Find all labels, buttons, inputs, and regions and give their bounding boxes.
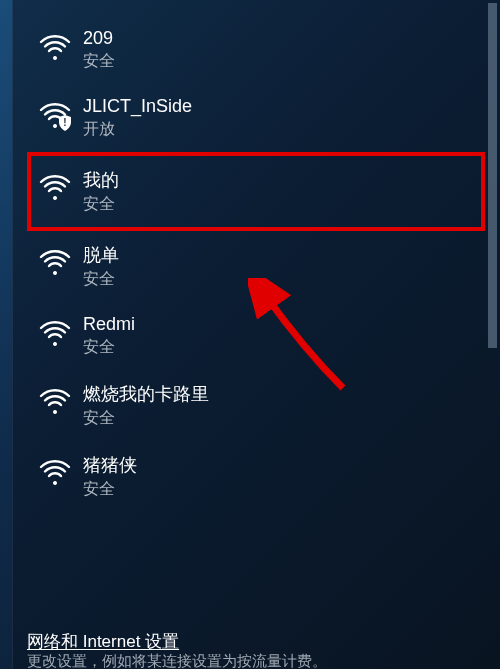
network-status: 安全 <box>83 479 137 500</box>
wifi-network-item[interactable]: 猪猪侠安全 <box>13 441 485 512</box>
wifi-secure-icon <box>39 384 71 416</box>
network-list: 209安全 !JLICT_InSide开放 我的安全 脱单安全 Redmi安全 … <box>13 16 485 641</box>
network-text: 我的安全 <box>83 168 119 215</box>
wifi-panel: 209安全 !JLICT_InSide开放 我的安全 脱单安全 Redmi安全 … <box>12 0 500 669</box>
network-ssid: Redmi <box>83 314 135 335</box>
wifi-secure-icon <box>39 30 71 62</box>
network-text: JLICT_InSide开放 <box>83 96 192 140</box>
network-ssid: 我的 <box>83 168 119 192</box>
wifi-open-icon: ! <box>39 98 71 130</box>
network-ssid: 脱单 <box>83 243 119 267</box>
network-text: 脱单安全 <box>83 243 119 290</box>
network-ssid: 猪猪侠 <box>83 453 137 477</box>
wifi-network-item[interactable]: Redmi安全 <box>13 302 485 370</box>
network-status: 安全 <box>83 269 119 290</box>
wifi-secure-icon <box>39 316 71 348</box>
wifi-secure-icon <box>39 170 71 202</box>
wifi-secure-icon <box>39 245 71 277</box>
network-text: 猪猪侠安全 <box>83 453 137 500</box>
network-text: 燃烧我的卡路里安全 <box>83 382 209 429</box>
svg-text:!: ! <box>63 117 66 128</box>
network-status: 开放 <box>83 119 192 140</box>
network-status: 安全 <box>83 194 119 215</box>
wifi-network-item[interactable]: 209安全 <box>13 16 485 84</box>
wifi-secure-icon <box>39 455 71 487</box>
network-status: 安全 <box>83 51 115 72</box>
wifi-network-item[interactable]: !JLICT_InSide开放 <box>13 84 485 152</box>
wifi-network-item[interactable]: 我的安全 <box>27 152 485 231</box>
network-settings-link[interactable]: 网络和 Internet 设置 <box>27 630 179 653</box>
network-text: Redmi安全 <box>83 314 135 358</box>
scrollbar[interactable] <box>488 3 497 348</box>
network-ssid: JLICT_InSide <box>83 96 192 117</box>
wifi-network-item[interactable]: 燃烧我的卡路里安全 <box>13 370 485 441</box>
wifi-network-item[interactable]: 脱单安全 <box>13 231 485 302</box>
network-text: 209安全 <box>83 28 115 72</box>
network-ssid: 燃烧我的卡路里 <box>83 382 209 406</box>
network-status: 安全 <box>83 408 209 429</box>
open-warning-badge-icon: ! <box>58 115 72 131</box>
network-status: 安全 <box>83 337 135 358</box>
network-ssid: 209 <box>83 28 115 49</box>
settings-description: 更改设置，例如将某连接设置为按流量计费。 <box>27 652 327 669</box>
